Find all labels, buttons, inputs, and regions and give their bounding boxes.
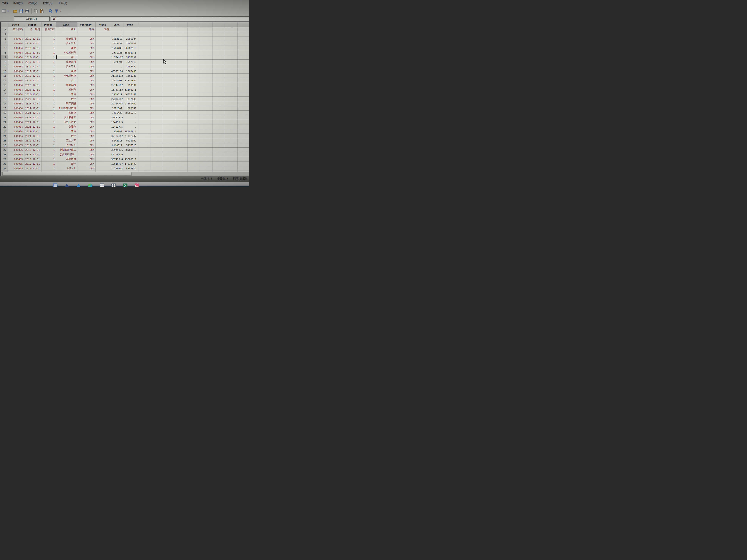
cell-empty[interactable] [175, 60, 188, 64]
cell-empty[interactable] [163, 36, 175, 41]
cell-stkcd[interactable]: 000004 [8, 55, 24, 60]
cell-accper[interactable]: 2019-12-31 [24, 69, 41, 74]
cell-empty[interactable] [188, 101, 200, 106]
cell-empty[interactable] [188, 83, 200, 87]
cell-cura[interactable]: . [111, 27, 124, 32]
column-header-stkcd[interactable]: stkcd [8, 22, 24, 27]
cell-currency[interactable]: CNY [77, 46, 96, 50]
cell-empty[interactable] [163, 92, 175, 97]
cell-empty[interactable] [237, 134, 249, 138]
cell-notes[interactable] [96, 134, 111, 138]
cell-cura[interactable]: 307456.4 [111, 157, 124, 161]
cell-empty[interactable] [175, 125, 188, 129]
cell-stkcd[interactable]: 000004 [8, 115, 24, 120]
row-number[interactable]: 7 [1, 55, 8, 60]
cell-empty[interactable] [150, 64, 163, 69]
row-number[interactable]: 4 [1, 41, 8, 46]
cell-empty[interactable] [163, 129, 175, 134]
cell-empty[interactable] [225, 78, 237, 83]
cell-cura[interactable]: 8842815 [111, 138, 124, 143]
row-number[interactable]: 27 [1, 148, 8, 152]
cell-typrep[interactable] [41, 32, 56, 36]
cell-notes[interactable] [96, 74, 111, 78]
cell-item[interactable]: 合计 [56, 97, 77, 101]
cell-item[interactable]: 其他费用 [56, 157, 77, 161]
cell-stkcd[interactable]: 000004 [8, 87, 24, 92]
cell-prea[interactable]: 8421862 [124, 138, 138, 143]
cell-empty[interactable] [237, 115, 249, 120]
menu-item-3[interactable]: 数据(D) [40, 1, 55, 5]
cell-currency[interactable]: CNY [77, 41, 96, 46]
cell-empty[interactable] [150, 60, 163, 64]
row-number[interactable]: 29 [1, 157, 8, 161]
cell-stkcd[interactable]: 000004 [8, 83, 24, 87]
cell-empty[interactable] [163, 115, 175, 120]
cell-prea[interactable]: 2095834 [124, 36, 138, 41]
column-header-notes[interactable]: Notes [96, 22, 111, 27]
cell-empty[interactable] [150, 115, 163, 120]
cell-item[interactable]: 其他 [56, 69, 77, 74]
cell-empty[interactable] [175, 78, 188, 83]
cell-empty[interactable] [237, 138, 249, 143]
cell-empty[interactable] [188, 69, 200, 74]
column-header-accper[interactable]: accper [24, 22, 41, 27]
cell-typrep[interactable]: 1 [41, 166, 56, 171]
cell-empty[interactable] [237, 157, 249, 161]
row-number[interactable]: 14 [1, 87, 8, 92]
cell-empty[interactable] [237, 143, 249, 148]
cell-prea[interactable]: 2000000 [124, 41, 138, 46]
cell-empty[interactable] [200, 83, 212, 87]
cell-empty[interactable] [188, 74, 200, 78]
cell-empty[interactable] [200, 78, 212, 83]
cell-empty[interactable] [150, 27, 163, 32]
cell-prea[interactable]: . [124, 115, 138, 120]
cell-empty[interactable] [163, 111, 175, 115]
cell-accper[interactable]: 2018-12-31 [24, 148, 41, 152]
cell-empty[interactable] [163, 27, 175, 32]
cell-empty[interactable] [138, 46, 150, 50]
cell-item[interactable]: 其他 [56, 92, 77, 97]
copy-icon[interactable] [33, 8, 38, 14]
cell-notes[interactable] [96, 129, 111, 134]
cell-accper[interactable]: 2019-12-31 [24, 78, 41, 83]
cell-empty[interactable] [163, 78, 175, 83]
column-header-currency[interactable]: Currency [77, 22, 96, 27]
cell-accper[interactable]: 会计期间 [24, 27, 41, 32]
cell-empty[interactable] [163, 120, 175, 125]
cell-empty[interactable] [175, 87, 188, 92]
cell-stkcd[interactable]: 000004 [8, 101, 24, 106]
cell-empty[interactable] [188, 129, 200, 134]
cell-empty[interactable] [225, 111, 237, 115]
cell-empty[interactable] [175, 138, 188, 143]
cell-accper[interactable]: 2018-12-31 [24, 143, 41, 148]
cell-empty[interactable] [138, 64, 150, 69]
cell-empty[interactable] [237, 106, 249, 111]
cell-reference-box[interactable]: item[7] [14, 17, 50, 21]
cell-empty[interactable] [150, 69, 163, 74]
cell-typrep[interactable]: 1 [41, 125, 56, 129]
cell-empty[interactable] [200, 74, 212, 78]
cell-empty[interactable] [175, 152, 188, 157]
cell-prea[interactable]: . [124, 152, 138, 157]
cell-empty[interactable] [138, 87, 150, 92]
cell-typrep[interactable]: 1 [41, 101, 56, 106]
cell-prea[interactable]: 745078.1 [124, 129, 138, 134]
cell-empty[interactable] [212, 115, 225, 120]
cell-notes[interactable] [96, 97, 111, 101]
cell-currency[interactable]: CNY [77, 50, 96, 55]
cell-currency[interactable]: CNY [77, 166, 96, 171]
cell-accper[interactable]: 2018-12-31 [24, 46, 41, 50]
cell-accper[interactable]: 2021-12-31 [24, 120, 41, 125]
cell-empty[interactable] [237, 55, 249, 60]
cell-empty[interactable] [212, 69, 225, 74]
cell-empty[interactable] [163, 32, 175, 36]
cell-empty[interactable] [150, 78, 163, 83]
cell-item[interactable]: 合计 [56, 78, 77, 83]
cell-item[interactable]: 其他 [56, 129, 77, 134]
cell-empty[interactable] [200, 27, 212, 32]
cell-empty[interactable] [163, 125, 175, 129]
cell-notes[interactable] [96, 161, 111, 166]
cell-empty[interactable] [200, 41, 212, 46]
cell-currency[interactable]: CNY [77, 74, 96, 78]
cell-empty[interactable] [138, 166, 150, 171]
